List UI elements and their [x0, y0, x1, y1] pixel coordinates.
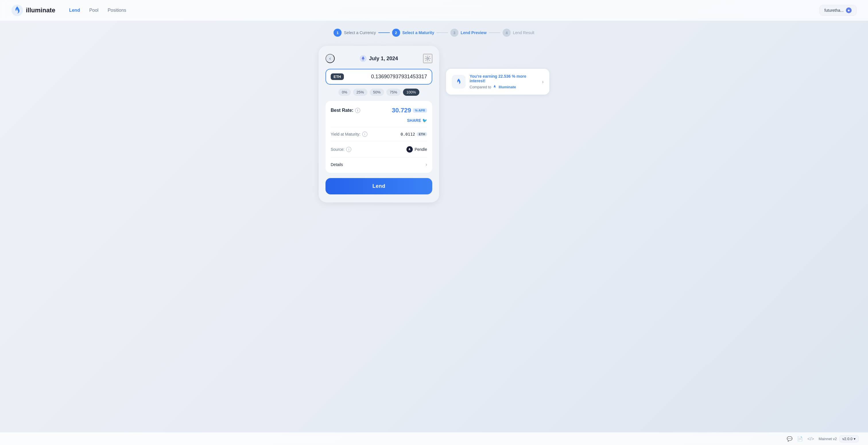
notification-chevron-icon: › [542, 79, 544, 85]
nav-links: Lend Pool Positions [69, 8, 819, 13]
step-1: 1 Select a Currency [334, 29, 376, 37]
step-4-circle: 4 [503, 29, 510, 37]
rate-header: Best Rate: i 30.729 % APR [331, 107, 427, 114]
source-row: Source: i Pendle [331, 144, 427, 155]
yield-value: 0.0112 ETH [400, 132, 427, 136]
pct-btn-100[interactable]: 100% [403, 89, 420, 96]
notification-title: You're earning 22.536 % more interest! [470, 74, 538, 83]
token-badge: ETH [331, 73, 344, 80]
notification-subtitle: Compared to Illuminate [470, 84, 538, 90]
document-icon[interactable]: 📄 [797, 436, 803, 442]
nav-link-positions[interactable]: Positions [107, 8, 126, 13]
ethereum-icon: ◆ [846, 7, 851, 13]
wallet-button[interactable]: futuretha... ◆ [819, 5, 857, 16]
divider-3 [331, 157, 427, 158]
divider-2 [331, 141, 427, 142]
network-select[interactable]: v2.0.0 ▾ [839, 435, 859, 442]
network-label: Mainnet v2 [818, 437, 837, 441]
connector-1-2 [378, 32, 390, 33]
yield-info-icon[interactable]: i [362, 132, 367, 137]
source-info-icon[interactable]: i [346, 147, 351, 152]
header: illuminate Lend Pool Positions futuretha… [0, 0, 868, 21]
nav-link-lend[interactable]: Lend [69, 8, 80, 13]
lend-card: ‹ July 1, 2024 ETH 0% [319, 46, 439, 202]
eth-card-icon [360, 55, 367, 62]
notification-card[interactable]: You're earning 22.536 % more interest! C… [446, 69, 549, 95]
connector-3-4 [489, 32, 500, 33]
back-button[interactable]: ‹ [326, 54, 335, 63]
details-chevron-icon: › [426, 162, 427, 167]
rate-value-container: 30.729 % APR [392, 107, 427, 114]
amount-input[interactable] [347, 74, 427, 80]
source-label: Source: i [331, 147, 351, 152]
wallet-address: futuretha... [825, 8, 844, 12]
lend-button[interactable]: Lend [326, 178, 432, 195]
step-3-circle: 3 [451, 29, 458, 37]
rate-label: Best Rate: i [331, 108, 360, 113]
details-label: Details [331, 162, 343, 167]
share-button[interactable]: SHARE [407, 118, 421, 123]
stepper: 1 Select a Currency 2 Select a Maturity … [0, 21, 868, 46]
yield-label: Yield at Maturity: i [331, 132, 367, 137]
details-row[interactable]: Details › [331, 160, 427, 167]
best-rate-info-icon[interactable]: i [355, 108, 360, 113]
card-date-area: July 1, 2024 [360, 55, 398, 62]
main-content: ‹ July 1, 2024 ETH 0% [0, 46, 868, 202]
pct-btn-75[interactable]: 75% [386, 89, 401, 96]
footer-network: Mainnet v2 v2.0.0 ▾ [818, 435, 859, 442]
step-2-circle: 2 [392, 29, 400, 37]
step-3-label: Lend Preview [461, 30, 487, 35]
divider-1 [331, 127, 427, 127]
gear-icon [425, 56, 431, 61]
rate-card: Best Rate: i 30.729 % APR SHARE 🐦 Yield … [326, 101, 432, 173]
yield-row: Yield at Maturity: i 0.0112 ETH [331, 129, 427, 139]
card-date-text: July 1, 2024 [369, 56, 398, 62]
footer: 💬 📄 </> Mainnet v2 v2.0.0 ▾ [0, 433, 868, 445]
logo-area: illuminate [11, 5, 55, 16]
step-1-label: Select a Currency [344, 30, 376, 35]
rate-value: 30.729 [392, 107, 411, 114]
share-row: SHARE 🐦 [331, 118, 427, 123]
network-chevron-icon: ▾ [854, 437, 856, 441]
logo-text: illuminate [26, 7, 55, 14]
pct-btn-0[interactable]: 0% [338, 89, 351, 96]
apr-badge: % APR [413, 108, 427, 113]
card-header: ‹ July 1, 2024 [326, 54, 432, 63]
step-4-label: Lend Result [513, 30, 534, 35]
flame-logo-icon [11, 5, 23, 16]
step-3: 3 Lend Preview [451, 29, 487, 37]
percentage-buttons: 0% 25% 50% 75% 100% [326, 89, 432, 96]
discord-icon[interactable]: 💬 [787, 436, 793, 442]
connector-2-3 [437, 32, 448, 33]
settings-button[interactable] [423, 54, 432, 63]
pendle-icon [406, 146, 413, 152]
step-1-circle: 1 [334, 29, 342, 37]
source-value: Pendle [406, 146, 427, 152]
step-2-label: Select a Maturity [402, 30, 434, 35]
illuminate-brand-icon [492, 84, 497, 90]
twitter-icon[interactable]: 🐦 [422, 118, 427, 123]
amount-input-container: ETH [326, 69, 432, 84]
code-icon[interactable]: </> [807, 436, 814, 442]
step-2: 2 Select a Maturity [392, 29, 434, 37]
step-4: 4 Lend Result [503, 29, 534, 37]
yield-token-badge: ETH [417, 132, 427, 136]
notification-content: You're earning 22.536 % more interest! C… [470, 74, 538, 90]
footer-icons: 💬 📄 </> [787, 436, 814, 442]
svg-point-2 [427, 58, 429, 59]
pct-btn-50[interactable]: 50% [370, 89, 384, 96]
illuminate-notif-icon [455, 78, 463, 86]
nav-link-pool[interactable]: Pool [89, 8, 98, 13]
pct-btn-25[interactable]: 25% [353, 89, 367, 96]
notification-icon-area [452, 75, 466, 89]
